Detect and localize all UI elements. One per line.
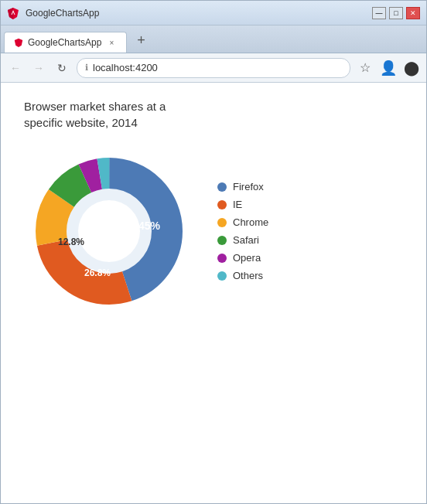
chrome-label: 12.8% bbox=[58, 237, 84, 247]
window-controls: — □ ✕ bbox=[372, 7, 420, 19]
firefox-label: 45% bbox=[138, 220, 161, 232]
app-icon bbox=[7, 7, 19, 19]
opera-dot bbox=[217, 254, 227, 263]
tab-title: GoogleChartsApp bbox=[26, 8, 99, 19]
forward-button[interactable]: → bbox=[30, 60, 47, 77]
maximize-button[interactable]: □ bbox=[389, 7, 403, 19]
others-label-text: Others bbox=[233, 270, 263, 281]
svg-marker-3 bbox=[15, 39, 23, 47]
tab-bar: GoogleChartsApp × + bbox=[1, 26, 426, 53]
firefox-label-text: Firefox bbox=[233, 181, 264, 192]
browser-window: GoogleChartsApp — □ ✕ GoogleChartsApp × … bbox=[0, 0, 427, 504]
firefox-dot bbox=[217, 182, 227, 192]
donut-hole bbox=[78, 200, 140, 262]
back-button[interactable]: ← bbox=[7, 60, 24, 77]
minimize-button[interactable]: — bbox=[372, 7, 386, 19]
chrome-label-text: Chrome bbox=[233, 216, 268, 228]
tab-favicon bbox=[14, 38, 23, 47]
legend-item-chrome: Chrome bbox=[217, 216, 268, 228]
safari-label-text: Safari bbox=[233, 234, 259, 246]
secure-icon: ℹ bbox=[85, 63, 88, 73]
new-tab-button[interactable]: + bbox=[130, 29, 152, 51]
tab-close-button[interactable]: × bbox=[106, 37, 117, 48]
page-content: Browser market shares at a specific webs… bbox=[1, 83, 426, 503]
legend-item-opera: Opera bbox=[217, 252, 268, 264]
legend-item-safari: Safari bbox=[217, 234, 268, 246]
safari-dot bbox=[217, 236, 227, 245]
close-button[interactable]: ✕ bbox=[406, 7, 420, 19]
bookmark-icon[interactable]: ☆ bbox=[357, 60, 374, 77]
browser-tab[interactable]: GoogleChartsApp × bbox=[4, 32, 127, 53]
ie-dot bbox=[217, 200, 227, 209]
address-bar[interactable]: ℹ localhost:4200 bbox=[77, 58, 350, 78]
legend-item-others: Others bbox=[217, 270, 268, 281]
refresh-button[interactable]: ↻ bbox=[53, 60, 70, 77]
legend-item-ie: IE bbox=[217, 199, 268, 210]
title-bar-left: GoogleChartsApp bbox=[7, 7, 372, 19]
tab-label: GoogleChartsApp bbox=[28, 37, 101, 48]
menu-icon[interactable]: ⬤ bbox=[403, 60, 420, 77]
chrome-dot bbox=[217, 218, 227, 227]
toolbar: ← → ↻ ℹ localhost:4200 ☆ 👤 ⬤ bbox=[1, 53, 426, 83]
title-bar: GoogleChartsApp — □ ✕ bbox=[1, 1, 426, 26]
others-dot bbox=[217, 271, 227, 281]
profile-icon[interactable]: 👤 bbox=[380, 60, 397, 77]
opera-label-text: Opera bbox=[233, 252, 261, 264]
donut-chart: 45% 26.8% 12.8% bbox=[24, 146, 194, 316]
ie-label: 26.8% bbox=[84, 267, 111, 278]
url-text: localhost:4200 bbox=[93, 62, 158, 73]
chart-area: 45% 26.8% 12.8% Firefox IE bbox=[24, 146, 403, 316]
legend-item-firefox: Firefox bbox=[217, 181, 268, 192]
ie-label-text: IE bbox=[233, 199, 242, 210]
chart-legend: Firefox IE Chrome Safari Opera bbox=[217, 181, 268, 281]
donut-svg: 45% 26.8% 12.8% bbox=[24, 146, 194, 316]
chart-title: Browser market shares at a specific webs… bbox=[24, 98, 194, 131]
